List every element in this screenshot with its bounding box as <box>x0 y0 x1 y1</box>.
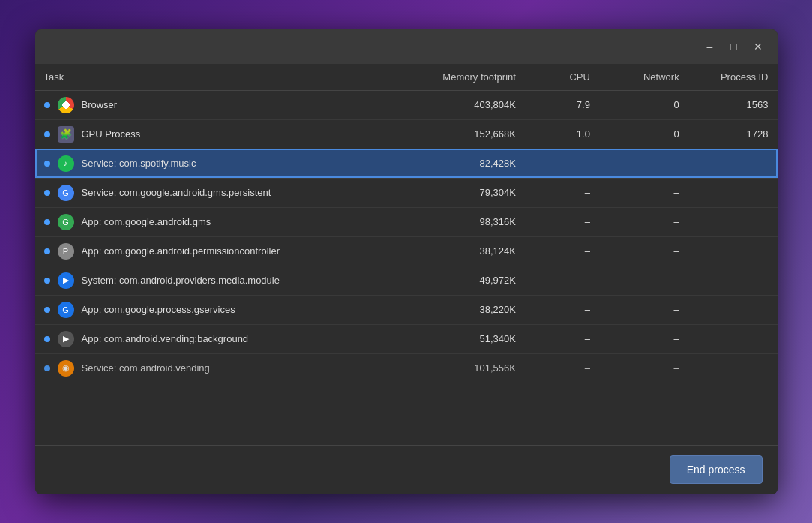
status-dot <box>44 365 50 371</box>
gms-icon: G <box>58 185 74 201</box>
pid-cell <box>688 266 778 295</box>
process-table: Task Memory footprint CPU Network Proces… <box>35 64 778 383</box>
network-cell: 0 <box>599 119 688 149</box>
task-cell: G App: com.google.android.gms <box>35 207 391 236</box>
pid-cell: 1563 <box>688 90 778 119</box>
pid-cell <box>688 149 778 178</box>
table-header-row: Task Memory footprint CPU Network Proces… <box>35 64 778 91</box>
cpu-cell: – <box>525 149 599 178</box>
pid-cell: 1728 <box>688 119 778 149</box>
media-icon: ▶ <box>58 272 74 289</box>
vending2-icon: ◉ <box>58 360 74 377</box>
col-memory: Memory footprint <box>391 64 525 91</box>
memory-cell: 51,340K <box>391 324 525 353</box>
network-cell: – <box>599 324 688 353</box>
task-name: App: com.google.android.gms <box>82 216 211 227</box>
table-row[interactable]: Browser 403,804K 7.9 0 1563 <box>35 90 778 119</box>
task-name: Service: com.spotify.music <box>82 158 196 169</box>
cpu-cell: – <box>525 178 599 207</box>
task-name: App: com.android.vending:background <box>82 333 249 344</box>
status-dot <box>44 307 50 313</box>
status-dot <box>44 161 50 167</box>
close-button[interactable]: ✕ <box>748 36 769 57</box>
pid-cell <box>688 324 778 353</box>
status-dot <box>44 190 50 196</box>
table-row[interactable]: G App: com.google.process.gservices 38,2… <box>35 295 778 324</box>
cpu-cell: – <box>525 295 599 324</box>
perm-icon: P <box>58 243 74 260</box>
cpu-cell: – <box>525 266 599 295</box>
gpu-icon: 🧩 <box>58 126 74 143</box>
table-row[interactable]: ▶ System: com.android.providers.media.mo… <box>35 266 778 295</box>
task-name: App: com.google.process.gservices <box>82 304 235 315</box>
table-row[interactable]: ▶ App: com.android.vending:background 51… <box>35 324 778 353</box>
pid-cell <box>688 207 778 236</box>
table-row[interactable]: ♪ Service: com.spotify.music 82,428K – – <box>35 149 778 178</box>
task-cell: ◉ Service: com.android.vending <box>35 353 391 383</box>
vending-icon: ▶ <box>58 331 74 347</box>
cpu-cell: – <box>525 324 599 353</box>
status-dot <box>44 248 50 254</box>
network-cell: – <box>599 236 688 266</box>
task-cell: P App: com.google.android.permissioncont… <box>35 236 391 266</box>
pid-cell <box>688 178 778 207</box>
network-cell: – <box>599 149 688 178</box>
table-row[interactable]: ◉ Service: com.android.vending 101,556K … <box>35 353 778 383</box>
cpu-cell: – <box>525 353 599 383</box>
task-cell: 🧩 GPU Process <box>35 119 391 149</box>
col-pid: Process ID <box>688 64 778 91</box>
task-name: Browser <box>82 99 118 110</box>
spotify-icon: ♪ <box>58 155 74 172</box>
network-cell: – <box>599 207 688 236</box>
task-manager-window: – □ ✕ Task Memory footprint CPU Network … <box>35 29 778 494</box>
network-cell: – <box>599 295 688 324</box>
pid-cell <box>688 236 778 266</box>
memory-cell: 79,304K <box>391 178 525 207</box>
table-row[interactable]: 🧩 GPU Process 152,668K 1.0 0 1728 <box>35 119 778 149</box>
task-name: Service: com.android.vending <box>82 362 210 374</box>
task-cell: ▶ App: com.android.vending:background <box>35 324 391 353</box>
network-cell: – <box>599 266 688 295</box>
task-name: System: com.android.providers.media.modu… <box>82 275 280 286</box>
pid-cell <box>688 353 778 383</box>
gservices-icon: G <box>58 302 74 318</box>
network-cell: – <box>599 353 688 383</box>
maximize-button[interactable]: □ <box>724 36 745 57</box>
chrome-icon <box>58 97 74 113</box>
memory-cell: 403,804K <box>391 90 525 119</box>
window-content: Task Memory footprint CPU Network Proces… <box>35 64 778 494</box>
task-cell: G Service: com.google.android.gms.persis… <box>35 178 391 207</box>
table-row[interactable]: G App: com.google.android.gms 98,316K – … <box>35 207 778 236</box>
task-cell: G App: com.google.process.gservices <box>35 295 391 324</box>
status-dot <box>44 219 50 225</box>
memory-cell: 38,124K <box>391 236 525 266</box>
task-name: App: com.google.android.permissioncontro… <box>82 245 280 257</box>
status-dot <box>44 278 50 284</box>
task-name: GPU Process <box>82 128 141 140</box>
status-dot <box>44 131 50 137</box>
col-task: Task <box>35 64 391 91</box>
task-name: Service: com.google.android.gms.persiste… <box>82 187 271 198</box>
network-cell: 0 <box>599 90 688 119</box>
memory-cell: 152,668K <box>391 119 525 149</box>
memory-cell: 38,220K <box>391 295 525 324</box>
memory-cell: 101,556K <box>391 353 525 383</box>
pid-cell <box>688 295 778 324</box>
process-table-container[interactable]: Task Memory footprint CPU Network Proces… <box>35 64 778 445</box>
cpu-cell: 7.9 <box>525 90 599 119</box>
network-cell: – <box>599 178 688 207</box>
task-cell: ▶ System: com.android.providers.media.mo… <box>35 266 391 295</box>
end-process-button[interactable]: End process <box>670 455 763 484</box>
memory-cell: 49,972K <box>391 266 525 295</box>
memory-cell: 98,316K <box>391 207 525 236</box>
footer: End process <box>35 445 778 494</box>
table-row[interactable]: P App: com.google.android.permissioncont… <box>35 236 778 266</box>
minimize-button[interactable]: – <box>700 36 721 57</box>
cpu-cell: – <box>525 236 599 266</box>
status-dot <box>44 336 50 342</box>
memory-cell: 82,428K <box>391 149 525 178</box>
col-cpu: CPU <box>525 64 599 91</box>
table-row[interactable]: G Service: com.google.android.gms.persis… <box>35 178 778 207</box>
task-cell: ♪ Service: com.spotify.music <box>35 149 391 178</box>
task-cell: Browser <box>35 90 391 119</box>
